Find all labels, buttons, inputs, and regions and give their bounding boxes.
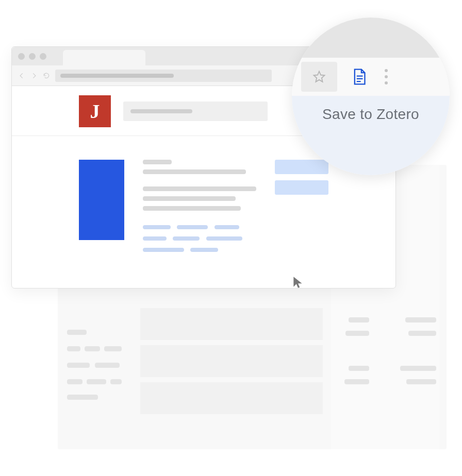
connector-tooltip: Save to Zotero	[322, 106, 419, 175]
zoom-callout: Save to Zotero	[292, 18, 450, 175]
bookmark-button[interactable]	[301, 62, 337, 92]
meta-line	[143, 186, 256, 191]
search-placeholder	[130, 109, 192, 113]
article-link[interactable]	[177, 225, 208, 229]
article-thumbnail[interactable]	[79, 160, 124, 240]
url-bar[interactable]	[55, 70, 272, 82]
meta-line	[143, 160, 172, 164]
reload-icon[interactable]	[43, 72, 50, 79]
dot-icon	[385, 81, 388, 84]
dot-icon	[385, 69, 388, 72]
site-search-input[interactable]	[123, 101, 268, 121]
browser-tab[interactable]	[63, 50, 145, 65]
article-link[interactable]	[143, 236, 167, 241]
window-minimize-button[interactable]	[29, 53, 36, 60]
url-placeholder	[60, 74, 174, 78]
article-link[interactable]	[214, 225, 239, 229]
window-close-button[interactable]	[18, 53, 25, 60]
star-icon	[312, 70, 326, 84]
article-link[interactable]	[190, 248, 218, 252]
zoom-tabstrip	[292, 18, 450, 58]
article-link[interactable]	[143, 248, 184, 252]
site-logo-letter: J	[90, 100, 100, 123]
meta-line	[143, 169, 246, 174]
document-icon	[351, 68, 368, 86]
cursor-icon	[291, 276, 305, 289]
article-action-button[interactable]	[275, 180, 328, 195]
article-meta	[143, 160, 256, 259]
browser-menu-button[interactable]	[385, 69, 388, 84]
article-action-button[interactable]	[275, 160, 328, 174]
forward-icon[interactable]	[30, 72, 38, 79]
meta-line	[143, 196, 236, 201]
window-maximize-button[interactable]	[40, 53, 46, 60]
article-link[interactable]	[206, 236, 242, 241]
article-link[interactable]	[173, 236, 200, 241]
article-actions	[275, 160, 328, 259]
zotero-connector-button[interactable]	[341, 62, 377, 92]
site-logo[interactable]: J	[79, 95, 111, 127]
article-link[interactable]	[143, 225, 171, 229]
meta-line	[143, 206, 241, 211]
zoom-toolbar	[292, 58, 450, 96]
dot-icon	[385, 75, 388, 78]
back-icon[interactable]	[18, 72, 25, 79]
